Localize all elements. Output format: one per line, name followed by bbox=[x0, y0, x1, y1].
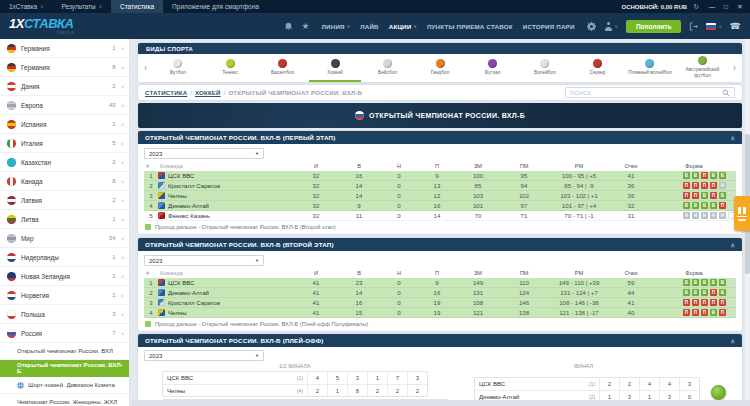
stat-cell: 12 bbox=[418, 192, 456, 199]
sport-tab-теннис[interactable]: Теннис bbox=[204, 54, 256, 82]
sport-tab-бейсбол[interactable]: Бейсбол bbox=[361, 54, 413, 82]
scroll-left-icon[interactable]: ‹ bbox=[140, 63, 151, 73]
sidebar-country-казахстан[interactable]: Казахстан2∨ bbox=[0, 153, 129, 172]
column-header: ПМ bbox=[500, 163, 548, 169]
sidebar-country-германия[interactable]: Германия1∨ bbox=[0, 39, 129, 58]
sport-tab-волейбол[interactable]: Волейбол bbox=[519, 54, 571, 82]
sidebar-country-европа[interactable]: Европа49∨ bbox=[0, 96, 129, 115]
collapse-icon[interactable]: ∧ bbox=[730, 241, 735, 248]
season-select[interactable]: 2023▼ bbox=[144, 148, 264, 159]
support-chat-button[interactable] bbox=[711, 385, 726, 400]
team-name-link[interactable]: ЦСК ВВС bbox=[168, 172, 194, 179]
scroll-right-icon[interactable]: › bbox=[729, 63, 740, 73]
search-icon[interactable] bbox=[722, 89, 730, 97]
sport-tab-пляжный-волейбол[interactable]: Пляжный волейбол bbox=[624, 54, 676, 82]
bracket-game-score: 2 bbox=[599, 378, 619, 390]
chevron-down-icon: ▼ bbox=[255, 151, 259, 156]
close-button[interactable]: ✕ bbox=[733, 3, 747, 11]
team-name-link[interactable]: Кристалл Саратов bbox=[168, 299, 220, 306]
nav-линия[interactable]: ЛИНИЯ∨ bbox=[322, 23, 351, 30]
position-cell: 5 bbox=[144, 212, 158, 219]
breadcrumb-link[interactable]: СТАТИСТИКА bbox=[145, 89, 187, 96]
sidebar-league-item[interactable]: Открытый чемпионат России. ВХЛ bbox=[0, 343, 129, 360]
bonus-tab[interactable] bbox=[734, 196, 750, 231]
titlebar-tab[interactable]: 1xСтавка∨ bbox=[0, 0, 52, 13]
favorites-star-icon[interactable]: ★ bbox=[301, 21, 309, 31]
country-flag-icon bbox=[7, 120, 16, 129]
logout-icon[interactable] bbox=[689, 22, 698, 31]
team-name-link[interactable]: Кристалл Саратов bbox=[168, 182, 220, 189]
nav-лайв[interactable]: ЛАЙВ bbox=[360, 23, 379, 30]
team-name-link[interactable]: Феникс Казань bbox=[168, 212, 210, 219]
sport-tab-хоккей[interactable]: Хоккей bbox=[309, 54, 361, 82]
sidebar-league-item[interactable]: Открытый чемпионат России. ВХЛ-Б bbox=[0, 360, 129, 377]
sport-tab-австралийский-футбол[interactable]: Австралийский футбол bbox=[676, 54, 728, 82]
form-square: В bbox=[692, 289, 700, 297]
stat-cell: 0 bbox=[380, 192, 418, 199]
sidebar-country-дания[interactable]: Дания2∨ bbox=[0, 77, 129, 96]
minimize-button[interactable]: — bbox=[705, 3, 719, 11]
sidebar-league-item[interactable]: Шорт-хоккей. Дивизион Комета bbox=[0, 377, 129, 394]
titlebar-tab[interactable]: Статистика bbox=[111, 0, 163, 13]
collapse-icon[interactable]: ∧ bbox=[730, 134, 735, 141]
stat-cell: 100 - 95 | +5 bbox=[548, 172, 610, 179]
chevron-down-icon: ∨ bbox=[121, 46, 124, 51]
sidebar-country-польша[interactable]: Польша3∨ bbox=[0, 305, 129, 324]
nav-акции[interactable]: АКЦИИ∨ bbox=[389, 23, 417, 30]
collapse-icon[interactable]: ∧ bbox=[730, 337, 735, 344]
sport-tab-футзал[interactable]: Футзал bbox=[466, 54, 518, 82]
league-banner-title: ОТКРЫТЫЙ ЧЕМПИОНАТ РОССИИ. ВХЛ-Б bbox=[369, 112, 525, 119]
sport-tab-снукер[interactable]: Снукер bbox=[571, 54, 623, 82]
breadcrumb-link[interactable]: ХОККЕЙ bbox=[195, 89, 221, 96]
sidebar-country-италия[interactable]: Италия5∨ bbox=[0, 134, 129, 153]
playoff-season-select[interactable]: 2023 ▼ bbox=[144, 350, 264, 361]
phone-icon[interactable]: ☎ bbox=[730, 21, 741, 31]
sidebar-country-латвия[interactable]: Латвия2∨ bbox=[0, 191, 129, 210]
sidebar-country-канада[interactable]: Канада8∨ bbox=[0, 172, 129, 191]
form-cell: ПППВП bbox=[652, 309, 736, 317]
settings-gear-icon[interactable] bbox=[587, 22, 596, 31]
titlebar-tab[interactable]: Результаты∨ bbox=[52, 0, 111, 13]
season-select[interactable]: 2023▼ bbox=[144, 255, 264, 266]
chevron-down-icon: ∨ bbox=[121, 84, 124, 89]
nav-история-пари[interactable]: ИСТОРИЯ ПАРИ bbox=[523, 23, 575, 30]
sidebar-country-литва[interactable]: Литва1∨ bbox=[0, 210, 129, 229]
sidebar-country-нидерланды[interactable]: Нидерланды1∨ bbox=[0, 248, 129, 267]
bell-icon[interactable] bbox=[284, 22, 293, 31]
team-name-link[interactable]: Челны bbox=[168, 192, 187, 199]
country-flag-icon bbox=[7, 272, 16, 281]
team-name-link[interactable]: ЦСК ВВС bbox=[168, 279, 194, 286]
titlebar-tab[interactable]: Приложение для смартфона bbox=[163, 0, 268, 13]
account-menu[interactable]: ∨ bbox=[604, 22, 618, 31]
language-select[interactable]: ∨ bbox=[706, 23, 721, 30]
sidebar-country-новая-зеландия[interactable]: Новая Зеландия1∨ bbox=[0, 267, 129, 286]
stat-cell: 9 bbox=[418, 172, 456, 179]
country-count: 1 bbox=[112, 254, 115, 260]
sidebar-country-мир[interactable]: Мир54∨ bbox=[0, 229, 129, 248]
search-input[interactable] bbox=[570, 90, 719, 96]
sport-tab-гандбол[interactable]: Гандбол bbox=[414, 54, 466, 82]
country-name: Германия bbox=[21, 64, 50, 71]
form-square: П bbox=[683, 192, 691, 200]
stat-cell: 0 bbox=[380, 309, 418, 316]
stage-labels: 1/2 ФИНАЛАФИНАЛ bbox=[144, 363, 736, 371]
sidebar-country-германия[interactable]: Германия8∨ bbox=[0, 58, 129, 77]
league-label: Открытый чемпионат России. ВХЛ bbox=[17, 348, 113, 354]
sport-tab-футбол[interactable]: Футбол bbox=[151, 54, 203, 82]
refresh-balance-icon[interactable]: ↻ bbox=[693, 3, 699, 11]
nav-пункты-приема-ставок[interactable]: ПУНКТЫ ПРИЕМА СТАВОК bbox=[427, 23, 513, 30]
stat-cell: 138 bbox=[500, 309, 548, 316]
sidebar-country-россия[interactable]: Россия7∧ bbox=[0, 324, 129, 343]
team-name-link[interactable]: Динамо-Алтай bbox=[168, 202, 209, 209]
deposit-button[interactable]: Пополнить bbox=[626, 20, 682, 33]
country-count: 54 bbox=[109, 235, 116, 241]
logo[interactable]: 1XСТАВКА 2.26.15.8 bbox=[9, 17, 73, 35]
sidebar-country-испания[interactable]: Испания1∨ bbox=[0, 115, 129, 134]
team-name-link[interactable]: Челны bbox=[168, 309, 187, 316]
team-name-link[interactable]: Динамо-Алтай bbox=[168, 289, 209, 296]
sidebar-country-норвегия[interactable]: Норвегия2∨ bbox=[0, 286, 129, 305]
maximize-button[interactable]: □ bbox=[719, 3, 733, 11]
sidebar-league-item[interactable]: Чемпионат России. Женщины. ЖХЛ bbox=[0, 394, 129, 406]
titlebar-tabs: 1xСтавка∨Результаты∨СтатистикаПриложение… bbox=[0, 0, 268, 13]
sport-tab-баскетбол[interactable]: Баскетбол bbox=[256, 54, 308, 82]
